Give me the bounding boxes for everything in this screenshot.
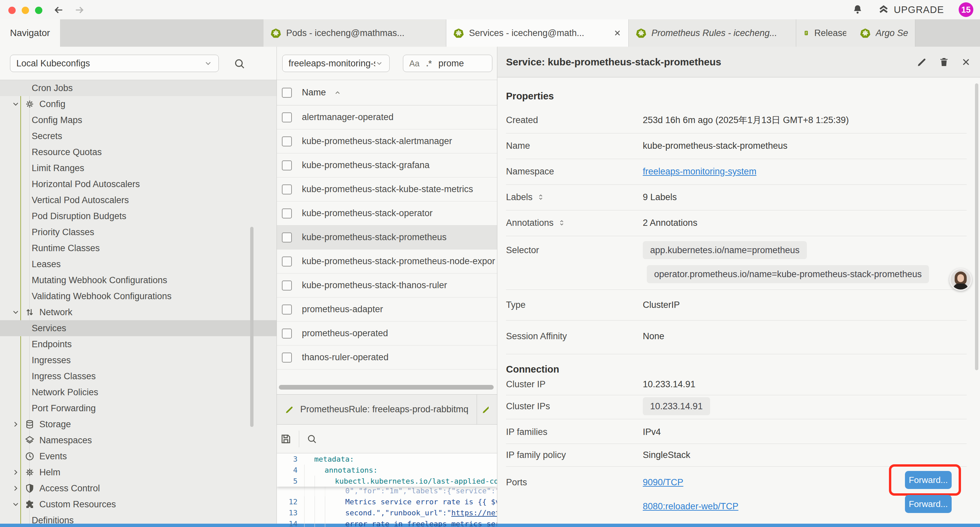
service-row[interactable]: thanos-ruler-operated	[277, 345, 497, 369]
sidebar-tree-item[interactable]: Helm	[0, 464, 277, 480]
minimize-window-button[interactable]	[22, 7, 29, 14]
yaml-editor[interactable]: 3metadata: 4annotations: 5kubectl.kubern…	[277, 454, 497, 524]
sidebar-tree-item[interactable]: Runtime Classes	[0, 240, 277, 256]
close-tab-icon[interactable]	[613, 29, 622, 37]
sidebar-tree-item[interactable]: Services	[0, 320, 277, 336]
sidebar-tree-item[interactable]: Validating Webhook Configurations	[0, 288, 277, 304]
tree-expander-chevron-icon[interactable]	[11, 500, 25, 509]
select-all-checkbox[interactable]	[282, 88, 292, 98]
tree-item-label: Pod Disruption Budgets	[32, 211, 126, 221]
service-row[interactable]: alertmanager-operated	[277, 105, 497, 129]
app-tab[interactable]: Services - icecheng@math...	[446, 19, 629, 47]
notification-badge[interactable]: 15	[959, 2, 973, 17]
row-checkbox[interactable]	[282, 328, 292, 339]
sidebar-tree-item[interactable]: Config	[0, 96, 277, 112]
table-horizontal-scrollbar[interactable]	[279, 385, 494, 390]
forward-port-button[interactable]: Forward...	[905, 471, 951, 489]
service-row[interactable]: kube-prometheus-stack-prometheus-node-ex…	[277, 250, 497, 274]
sidebar-tree-item[interactable]: Priority Classes	[0, 224, 277, 240]
sidebar-tree-item[interactable]: Ingresses	[0, 352, 277, 368]
service-row[interactable]: kube-prometheus-stack-kube-state-metrics	[277, 177, 497, 201]
sidebar-tree-item[interactable]: Horizontal Pod Autoscalers	[0, 176, 277, 192]
row-checkbox[interactable]	[282, 137, 292, 146]
sidebar-tree-item[interactable]: Secrets	[0, 128, 277, 144]
service-row[interactable]: prometheus-adapter	[277, 298, 497, 322]
sidebar-search-icon[interactable]	[234, 58, 245, 70]
tree-expander-chevron-icon[interactable]	[11, 468, 25, 477]
sidebar-tree-item[interactable]: Network	[0, 304, 277, 320]
service-row[interactable]: prometheus-operated	[277, 322, 497, 345]
save-icon[interactable]	[280, 433, 291, 444]
regex-toggle[interactable]: .*	[426, 59, 432, 68]
editor-tab-partial[interactable]	[477, 395, 488, 424]
user-avatar[interactable]	[949, 268, 972, 291]
port-link[interactable]: 9090/TCP	[643, 475, 684, 490]
sidebar-tree-item[interactable]: Pod Disruption Budgets	[0, 208, 277, 224]
service-row[interactable]: kube-prometheus-stack-grafana	[277, 153, 497, 177]
app-tab[interactable]: Argo Se	[853, 19, 915, 47]
row-checkbox[interactable]	[282, 304, 292, 315]
sidebar-tree-item[interactable]: Limit Ranges	[0, 160, 277, 176]
maximize-window-button[interactable]	[35, 7, 42, 14]
sidebar-tree-item[interactable]: Config Maps	[0, 112, 277, 128]
row-checkbox[interactable]	[282, 232, 292, 242]
sidebar-tree-item[interactable]: Cron Jobs	[0, 80, 277, 96]
tree-expander-chevron-icon[interactable]	[11, 420, 25, 428]
bell-icon[interactable]	[852, 4, 863, 15]
service-row[interactable]: kube-prometheus-stack-prometheus	[277, 226, 497, 250]
forward-arrow-icon[interactable]	[74, 5, 85, 15]
app-tab[interactable]: Pods - icecheng@mathmas...	[264, 19, 446, 47]
sidebar-tree-item[interactable]: Mutating Webhook Configurations	[0, 272, 277, 288]
annotations-expander-icon[interactable]	[558, 219, 566, 227]
sidebar-tree-item[interactable]: Port Forwarding	[0, 400, 277, 416]
sidebar-tree-item[interactable]: Endpoints	[0, 336, 277, 352]
sidebar-tree-item[interactable]: Vertical Pod Autoscalers	[0, 192, 277, 208]
forward-port-button[interactable]: Forward...	[905, 495, 951, 513]
service-row[interactable]: kube-prometheus-stack-alertmanager	[277, 129, 497, 153]
sidebar-tree-item[interactable]: Ingress Classes	[0, 368, 277, 384]
row-checkbox[interactable]	[282, 256, 292, 266]
row-checkbox[interactable]	[282, 185, 292, 194]
sidebar-tree-item[interactable]: Access Control	[0, 480, 277, 496]
row-checkbox[interactable]	[282, 161, 292, 170]
kubeconfig-select[interactable]: Local Kubeconfigs	[10, 55, 219, 72]
delete-icon[interactable]	[939, 57, 949, 67]
runbook-url-link[interactable]: https://nete	[451, 507, 497, 518]
tree-expander-chevron-icon[interactable]	[11, 308, 25, 317]
service-row[interactable]: kube-prometheus-stack-operator	[277, 201, 497, 226]
port-link[interactable]: 8080:reloader-web/TCP	[643, 499, 738, 514]
sidebar-tree-item[interactable]: Storage	[0, 416, 277, 432]
row-checkbox[interactable]	[282, 112, 292, 123]
upgrade-button[interactable]: UPGRADE	[878, 4, 944, 15]
sidebar-tree-item[interactable]: Network Policies	[0, 384, 277, 400]
sidebar-tree-item[interactable]: Events	[0, 448, 277, 464]
namespace-link[interactable]: freeleaps-monitoring-system	[643, 164, 757, 179]
sidebar-tree-item[interactable]: Resource Quotas	[0, 144, 277, 160]
close-panel-icon[interactable]	[961, 57, 971, 67]
labels-expander-icon[interactable]	[537, 193, 545, 201]
match-case-toggle[interactable]: Aa	[409, 59, 420, 68]
edit-icon[interactable]	[916, 57, 927, 67]
app-tab[interactable]: Release Notes	[796, 19, 853, 47]
panel-scrollbar[interactable]	[975, 83, 978, 370]
tree-expander-chevron-icon[interactable]	[11, 484, 25, 493]
app-tab[interactable]: Prometheus Rules - icecheng...	[629, 19, 796, 47]
sort-ascending-icon[interactable]	[334, 89, 341, 96]
editor-tab[interactable]: PrometheusRule: freeleaps-prod-rabbitmq	[277, 395, 477, 424]
close-window-button[interactable]	[8, 7, 16, 14]
name-column-header[interactable]: Name	[302, 88, 326, 98]
row-checkbox[interactable]	[282, 209, 292, 218]
sidebar-tree-item[interactable]: Custom Resources	[0, 496, 277, 512]
tree-expander-chevron-icon[interactable]	[11, 100, 25, 108]
service-row[interactable]: kube-prometheus-stack-thanos-ruler	[277, 274, 497, 298]
sidebar-scrollbar[interactable]	[250, 227, 253, 427]
sidebar-tree-item[interactable]: Namespaces	[0, 432, 277, 448]
editor-search-icon[interactable]	[307, 434, 317, 444]
sidebar-tree-item[interactable]: Leases	[0, 256, 277, 272]
row-checkbox[interactable]	[282, 353, 292, 363]
namespace-select[interactable]: freeleaps-monitoring-system	[282, 55, 390, 72]
row-checkbox[interactable]	[282, 280, 292, 291]
navigator-panel-tab[interactable]: Navigator	[0, 19, 60, 47]
name-filter-input[interactable]: Aa .* prome	[403, 55, 492, 72]
back-arrow-icon[interactable]	[53, 5, 64, 15]
